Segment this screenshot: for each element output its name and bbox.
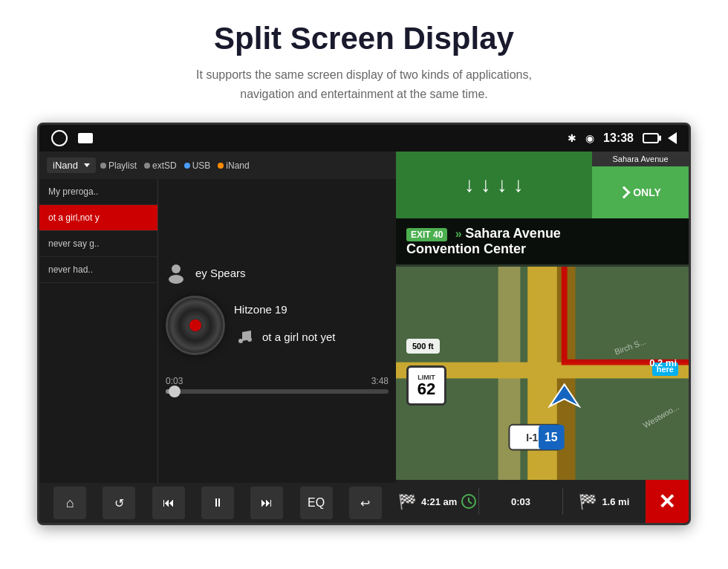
image-icon xyxy=(78,133,93,143)
playlist-sidebar: My preroga.. ot a girl,not y never say g… xyxy=(39,179,158,483)
page-subtitle: It supports the same screen display of t… xyxy=(15,65,713,103)
only-sign: ONLY xyxy=(592,166,689,218)
bluetooth-icon: ✱ xyxy=(568,132,576,144)
media-content: My preroga.. ot a girl,not y never say g… xyxy=(39,179,396,483)
home-button[interactable]: ⌂ xyxy=(53,487,86,519)
arrow-down-1: ↓ xyxy=(464,173,475,197)
exit-sign-bar: EXIT 40 » Sahara Avenue Convention Cente… xyxy=(396,218,689,264)
status-bar-left xyxy=(51,130,93,146)
nav-bottom-bar: 🏁 4:21 am 0:03 🏁 1.6 mi ✕ xyxy=(396,480,689,523)
exit-badge: EXIT 40 xyxy=(406,228,447,241)
source-usb[interactable]: USB xyxy=(184,160,211,171)
album-row: Hitzone 19 ot a xyxy=(166,296,389,355)
arrival-time: 4:21 am xyxy=(421,496,457,507)
music-icon xyxy=(234,326,255,347)
svg-text:15: 15 xyxy=(545,431,558,443)
svg-point-2 xyxy=(238,339,243,343)
status-bar-right: ✱ ◉ 13:38 xyxy=(568,131,677,145)
page-header: Split Screen Display It supports the sam… xyxy=(0,0,728,115)
svg-line-18 xyxy=(469,501,472,504)
dot-inand-icon xyxy=(218,163,224,169)
progress-bar[interactable] xyxy=(166,389,389,394)
vinyl-center xyxy=(188,318,203,333)
current-time: 0:03 xyxy=(166,376,183,386)
arrow-down-3: ↓ xyxy=(497,173,507,197)
speed-limit-sign: LIMIT 62 xyxy=(406,365,446,406)
source-bar: iNand Playlist extSD USB iNand xyxy=(39,152,396,179)
playlist-item-3[interactable]: never say g.. xyxy=(39,231,157,257)
right-sign-panel: Sahara Avenue ONLY xyxy=(592,152,689,218)
progress-times: 0:03 3:48 xyxy=(166,376,389,386)
artist-row: ey Spears xyxy=(166,263,389,284)
speed-number: 62 xyxy=(417,381,435,397)
svg-point-3 xyxy=(247,337,252,342)
song-label: ot a girl not yet xyxy=(262,331,335,343)
exit-subname: Convention Center xyxy=(406,241,526,256)
exit-street: Sahara Avenue xyxy=(465,226,561,241)
dropdown-arrow-icon xyxy=(84,163,90,167)
status-bar: ✱ ◉ 13:38 xyxy=(39,125,689,152)
source-options: Playlist extSD USB iNand xyxy=(100,160,250,171)
location-icon: ◉ xyxy=(585,132,594,144)
source-extsd[interactable]: extSD xyxy=(144,160,177,171)
source-inand[interactable]: iNand xyxy=(218,160,249,171)
elapsed-time: 0:03 xyxy=(511,496,530,507)
source-label: iNand xyxy=(53,160,78,171)
status-time: 13:38 xyxy=(603,131,634,145)
dot-extsd-icon xyxy=(144,163,150,169)
album-label: Hitzone 19 xyxy=(234,303,335,316)
device-frame: ✱ ◉ 13:38 iNand Playlist ext xyxy=(37,123,691,525)
arrival-time-item: 🏁 4:21 am xyxy=(396,492,478,510)
map-area: Birch S... Westwoo... I-15 15 LIMIT 62 h… xyxy=(396,267,689,480)
exit-arrow: » xyxy=(455,227,465,240)
only-label: ONLY xyxy=(633,186,661,198)
page-title: Split Screen Display xyxy=(15,21,713,56)
repeat-button[interactable]: ↺ xyxy=(103,487,135,519)
svg-point-0 xyxy=(172,264,181,273)
elapsed-item: 0:03 xyxy=(479,496,562,507)
player-main: ey Spears Hitzone 19 xyxy=(158,179,396,483)
source-selector[interactable]: iNand xyxy=(47,157,96,173)
arrow-down-2: ↓ xyxy=(481,173,491,197)
source-playlist[interactable]: Playlist xyxy=(100,160,137,171)
battery-icon xyxy=(643,133,659,143)
dot-playlist-icon xyxy=(100,163,106,169)
split-screen: iNand Playlist extSD USB iNand xyxy=(39,152,689,523)
nav-close-button[interactable]: ✕ xyxy=(646,480,689,523)
back-nav-icon[interactable] xyxy=(668,132,677,144)
person-icon xyxy=(166,263,186,284)
dist-ft: 500 ft xyxy=(412,342,434,351)
media-panel: iNand Playlist extSD USB iNand xyxy=(39,152,396,523)
green-sign: ↓ ↓ ↓ ↓ xyxy=(396,152,592,218)
distance-sign: 500 ft xyxy=(406,339,440,354)
only-arrow-icon xyxy=(618,186,631,199)
progress-handle[interactable] xyxy=(169,386,181,397)
controls-bar: ⌂ ↺ ⏮ ⏸ ⏭ EQ ↩ xyxy=(39,483,396,523)
vinyl-record xyxy=(166,296,225,355)
song-row: ot a girl not yet xyxy=(234,326,335,347)
next-button[interactable]: ⏭ xyxy=(250,487,283,519)
artist-label: ey Spears xyxy=(195,267,246,279)
eq-button[interactable]: EQ xyxy=(300,487,333,519)
pause-button[interactable]: ⏸ xyxy=(201,487,234,519)
distance-mi: 0.2 mi xyxy=(649,357,677,368)
flag-start-icon: 🏁 xyxy=(398,492,417,510)
arrow-down-4: ↓ xyxy=(513,173,524,197)
total-time: 3:48 xyxy=(371,376,389,386)
highway-sign-top: ↓ ↓ ↓ ↓ Sahara Avenue ONLY xyxy=(396,152,689,218)
remaining-dist: 1.6 mi xyxy=(602,496,629,507)
svg-point-1 xyxy=(169,275,183,284)
playlist-item-1[interactable]: My preroga.. xyxy=(39,179,157,205)
sahara-top-text: Sahara Avenue xyxy=(592,152,689,166)
circle-icon xyxy=(51,130,68,146)
dot-usb-icon xyxy=(184,163,190,169)
prev-button[interactable]: ⏮ xyxy=(152,487,185,519)
back-button[interactable]: ↩ xyxy=(349,487,382,519)
flag-end-icon: 🏁 xyxy=(579,492,597,510)
nav-panel: ↓ ↓ ↓ ↓ Sahara Avenue ONLY EXIT 40 » S xyxy=(396,152,689,523)
track-info: ey Spears Hitzone 19 xyxy=(166,263,389,355)
playlist-item-4[interactable]: never had.. xyxy=(39,257,157,283)
progress-container: 0:03 3:48 xyxy=(166,370,389,400)
remaining-dist-item: 🏁 1.6 mi xyxy=(563,492,646,510)
playlist-item-2[interactable]: ot a girl,not y xyxy=(39,205,157,231)
